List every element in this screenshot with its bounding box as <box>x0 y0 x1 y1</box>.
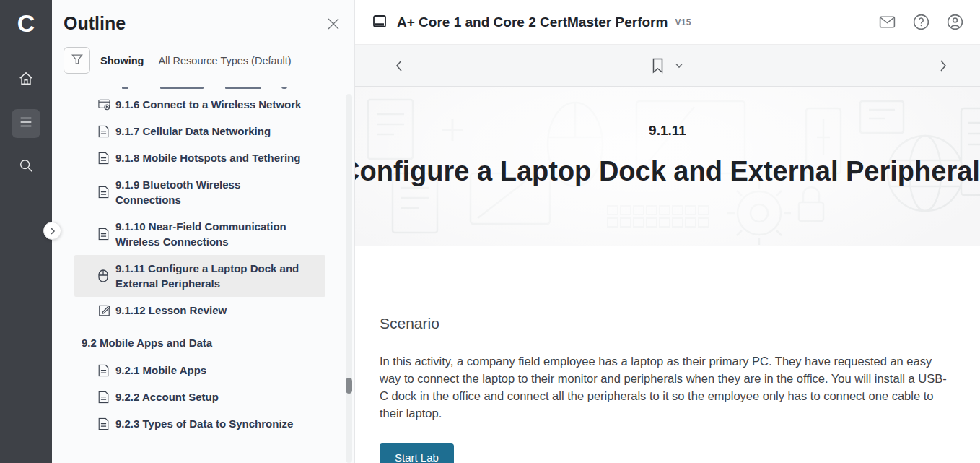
bookmark-icon <box>652 58 664 74</box>
outline-item-label: 9.1.7 Cellular Data Networking <box>115 124 271 139</box>
document-icon <box>98 364 109 376</box>
previous-page-button[interactable] <box>390 55 408 77</box>
outline-item[interactable]: 9.1.6 Connect to a Wireless Network <box>74 91 325 118</box>
outline-item-label: 9.1.12 Lesson Review <box>115 303 227 318</box>
start-lab-button[interactable]: Start Lab <box>380 443 454 463</box>
chevron-right-icon <box>938 59 948 72</box>
close-icon <box>325 22 341 34</box>
course-header: A+ Core 1 and Core 2 CertMaster Perform … <box>355 0 980 45</box>
outline-item[interactable]: 9.1.8 Mobile Hotspots and Tethering <box>74 144 325 171</box>
outline-section-label: 9.2 Mobile Apps and Data <box>82 335 212 350</box>
outline-item-label: 9.2.1 Mobile Apps <box>115 363 206 378</box>
help-button[interactable] <box>912 13 930 31</box>
panel-expand-button[interactable] <box>43 222 61 240</box>
account-icon <box>946 13 964 31</box>
bookmark-menu-button[interactable] <box>675 63 683 69</box>
home-button[interactable] <box>12 66 40 95</box>
outline-item[interactable]: 9.2.1 Mobile Apps <box>74 357 325 384</box>
outline-list: 9.1.6 Connect to a Wireless Network 9.1.… <box>52 82 354 443</box>
lesson-title: Configure a Laptop Dock and External Per… <box>355 156 980 187</box>
outline-item[interactable]: 9.1.7 Cellular Data Networking <box>74 118 325 144</box>
next-page-button[interactable] <box>934 55 953 77</box>
outline-item[interactable]: 9.2.2 Account Setup <box>74 384 325 410</box>
filter-funnel-icon <box>70 52 84 69</box>
home-icon <box>18 71 34 90</box>
lesson-content: Scenario In this activity, a company fie… <box>355 246 980 463</box>
help-icon <box>912 13 930 31</box>
outline-item-label: 9.1.11 Configure a Laptop Dock and Exter… <box>115 261 302 291</box>
simulation-icon <box>98 99 110 111</box>
scenario-text: In this activity, a company field employ… <box>380 353 951 423</box>
course-version: V15 <box>675 17 691 27</box>
bookmark-button[interactable] <box>652 58 664 74</box>
outline-item-label: 9.1.6 Connect to a Wireless Network <box>115 97 301 112</box>
outline-item-label: 9.1.8 Mobile Hotspots and Tethering <box>115 150 300 165</box>
course-title: A+ Core 1 and Core 2 CertMaster Perform <box>397 14 668 30</box>
outline-item-label: 9.2.3 Types of Data to Synchronize <box>115 416 293 431</box>
outline-item[interactable]: 9.1.10 Near-Field Communication Wireless… <box>74 213 325 255</box>
lesson-number: 9.1.11 <box>649 123 686 139</box>
menu-icon <box>18 114 34 133</box>
document-icon <box>98 125 109 137</box>
comptia-logo: C <box>17 6 35 40</box>
lesson-hero-banner: 9.1.11 Configure a Laptop Dock and Exter… <box>355 87 980 246</box>
outline-item[interactable]: 9.1.12 Lesson Review <box>74 297 325 324</box>
filter-button[interactable] <box>64 47 90 74</box>
outline-title: Outline <box>64 13 126 34</box>
outline-item[interactable]: 9.2.3 Types of Data to Synchronize <box>74 410 325 437</box>
app-window: C Outline Showing All Resource Types (De… <box>0 0 980 463</box>
chevron-left-icon <box>394 59 404 72</box>
filter-value: All Resource Types (Default) <box>158 55 291 66</box>
filter-showing-label: Showing <box>100 55 144 66</box>
outline-panel: Outline Showing All Resource Types (Defa… <box>52 0 355 463</box>
outline-menu-button[interactable] <box>12 109 40 138</box>
mail-icon <box>878 13 896 31</box>
outline-item-label: 9.1.10 Near-Field Communication Wireless… <box>115 219 302 249</box>
outline-item-current[interactable]: 9.1.11 Configure a Laptop Dock and Exter… <box>74 255 325 297</box>
outline-item[interactable]: 9.2.4 Email Configuration Options <box>74 437 325 443</box>
outline-item-label: 9.2.2 Account Setup <box>115 389 219 404</box>
search-icon <box>18 157 34 176</box>
edit-icon <box>98 304 110 316</box>
document-icon <box>98 228 109 241</box>
document-icon <box>98 152 109 164</box>
main-area: A+ Core 1 and Core 2 CertMaster Perform … <box>355 0 980 463</box>
messages-button[interactable] <box>878 13 896 31</box>
outline-scrollbar-track[interactable] <box>346 94 352 463</box>
outline-item-label: 9.1.9 Bluetooth Wireless Connections <box>115 177 302 207</box>
chevron-down-icon <box>675 63 683 69</box>
document-icon <box>98 186 109 199</box>
lesson-toolbar <box>355 45 980 87</box>
search-button[interactable] <box>12 152 40 181</box>
document-icon <box>98 417 109 430</box>
close-outline-button[interactable] <box>325 16 341 32</box>
document-icon <box>98 391 109 403</box>
clipped-list-item <box>52 82 354 91</box>
outline-section-header[interactable]: 9.2 Mobile Apps and Data <box>74 328 325 357</box>
chevron-right-icon <box>49 225 56 238</box>
mouse-icon <box>98 269 108 282</box>
scenario-heading: Scenario <box>380 315 951 332</box>
account-button[interactable] <box>946 13 964 31</box>
device-book-icon <box>371 14 388 31</box>
outline-scrollbar-thumb[interactable] <box>346 378 352 394</box>
outline-item-label: 9.2.4 Email Configuration Options <box>115 443 289 443</box>
outline-item[interactable]: 9.1.9 Bluetooth Wireless Connections <box>74 171 325 213</box>
